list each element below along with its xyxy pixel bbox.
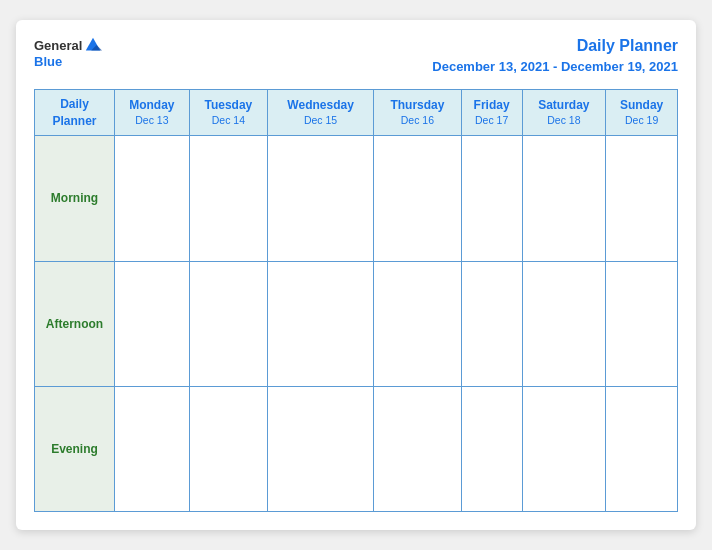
planner-container: General Blue Daily Planner December 13, … (16, 20, 696, 530)
afternoon-row: Afternoon (35, 261, 678, 386)
evening-wednesday[interactable] (268, 386, 374, 511)
morning-tuesday[interactable] (189, 136, 267, 261)
afternoon-label: Afternoon (35, 261, 115, 386)
header-monday: Monday Dec 13 (115, 89, 190, 136)
header-saturday: Saturday Dec 18 (522, 89, 606, 136)
header-tuesday: Tuesday Dec 14 (189, 89, 267, 136)
morning-thursday[interactable] (374, 136, 462, 261)
morning-wednesday[interactable] (268, 136, 374, 261)
evening-thursday[interactable] (374, 386, 462, 511)
header-thursday: Thursday Dec 16 (374, 89, 462, 136)
morning-friday[interactable] (461, 136, 522, 261)
date-range: December 13, 2021 - December 19, 2021 (432, 59, 678, 74)
title-area: Daily Planner December 13, 2021 - Decemb… (432, 36, 678, 75)
planner-title: Daily Planner (577, 37, 678, 54)
evening-label: Evening (35, 386, 115, 511)
calendar-table: Daily Planner Monday Dec 13 Tuesday Dec … (34, 89, 678, 512)
evening-tuesday[interactable] (189, 386, 267, 511)
evening-sunday[interactable] (606, 386, 678, 511)
general-blue-icon (84, 36, 102, 54)
header-daily-planner: Daily Planner (35, 89, 115, 136)
evening-saturday[interactable] (522, 386, 606, 511)
header-sunday: Sunday Dec 19 (606, 89, 678, 136)
evening-monday[interactable] (115, 386, 190, 511)
morning-label: Morning (35, 136, 115, 261)
morning-sunday[interactable] (606, 136, 678, 261)
logo-general-text: General (34, 38, 82, 53)
afternoon-thursday[interactable] (374, 261, 462, 386)
logo-area: General Blue (34, 36, 102, 69)
afternoon-sunday[interactable] (606, 261, 678, 386)
header-wednesday: Wednesday Dec 15 (268, 89, 374, 136)
afternoon-wednesday[interactable] (268, 261, 374, 386)
evening-row: Evening (35, 386, 678, 511)
afternoon-friday[interactable] (461, 261, 522, 386)
table-header-row: Daily Planner Monday Dec 13 Tuesday Dec … (35, 89, 678, 136)
morning-saturday[interactable] (522, 136, 606, 261)
morning-monday[interactable] (115, 136, 190, 261)
morning-row: Morning (35, 136, 678, 261)
afternoon-saturday[interactable] (522, 261, 606, 386)
header-friday: Friday Dec 17 (461, 89, 522, 136)
header: General Blue Daily Planner December 13, … (34, 36, 678, 75)
logo-blue-text: Blue (34, 54, 62, 69)
afternoon-tuesday[interactable] (189, 261, 267, 386)
evening-friday[interactable] (461, 386, 522, 511)
afternoon-monday[interactable] (115, 261, 190, 386)
